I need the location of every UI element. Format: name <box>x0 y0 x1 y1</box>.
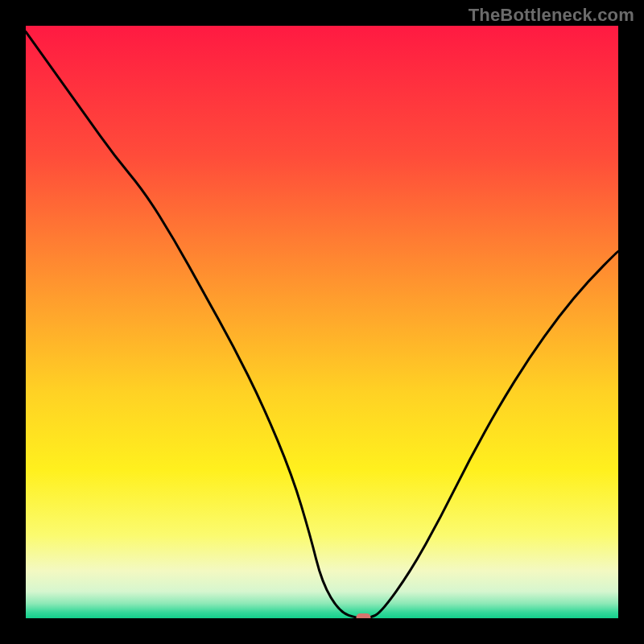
bottleneck-curve-chart <box>26 26 618 618</box>
watermark-text: TheBottleneck.com <box>469 5 634 26</box>
plot-area <box>26 26 618 618</box>
chart-frame: TheBottleneck.com <box>0 0 644 644</box>
gradient-background <box>26 26 618 618</box>
optimum-marker <box>357 613 371 618</box>
